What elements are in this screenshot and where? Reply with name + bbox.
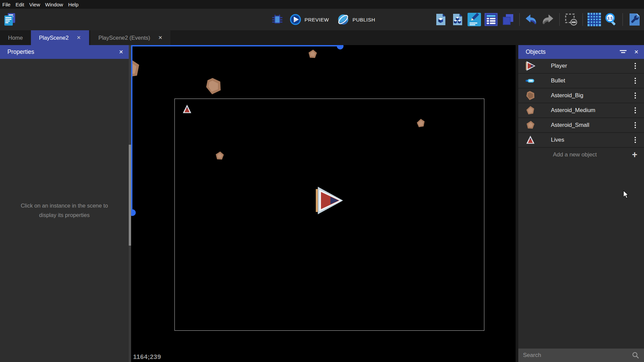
asteroid-icon [525, 90, 535, 101]
asteroid-instance[interactable] [131, 57, 142, 80]
menu-bar: File Edit View Window Help [0, 0, 644, 9]
properties-header: Properties ✕ [0, 45, 129, 59]
object-name: Asteroid_Small [551, 122, 633, 129]
object-name: Asteroid_Big [551, 92, 633, 99]
tab-close-icon[interactable]: ✕ [77, 35, 81, 41]
publish-button[interactable]: PUBLISH [337, 13, 375, 26]
bullet-icon [525, 76, 535, 86]
selection-edge-left [131, 45, 132, 213]
search-input[interactable] [522, 352, 632, 359]
selection-edge-top [131, 45, 340, 46]
tab-home[interactable]: Home [0, 30, 31, 45]
main-area: Properties ✕ Click on an instance in the… [0, 45, 644, 362]
tab-playscene2-label: PlayScene2 [39, 35, 69, 41]
debug-icon[interactable] [271, 13, 284, 26]
search-icon [632, 352, 639, 359]
grid-icon[interactable] [588, 13, 601, 26]
redo-icon[interactable] [541, 13, 555, 26]
object-name: Player [551, 63, 633, 69]
object-name: Bullet [551, 77, 633, 84]
toolbar-separator [519, 13, 520, 26]
object-row-asteroid-medium[interactable]: Asteroid_Medium [518, 103, 644, 118]
asteroid-instance[interactable] [204, 76, 223, 96]
render-mask-icon[interactable] [564, 13, 578, 26]
zoom-1-1-icon[interactable]: 1:1 [604, 13, 618, 26]
panel-splitter[interactable] [129, 45, 131, 362]
more-options-icon[interactable] [633, 90, 638, 101]
objects-panel: Objects ✕ Player [518, 45, 644, 362]
object-row-player[interactable]: Player [518, 59, 644, 74]
scrollbar-thumb[interactable] [129, 145, 131, 246]
undo-icon[interactable] [524, 13, 538, 26]
cursor-coordinates: 1164;239 [133, 353, 161, 361]
menu-view[interactable]: View [29, 2, 40, 7]
more-options-icon[interactable] [633, 135, 638, 145]
more-options-icon[interactable] [633, 105, 638, 115]
filter-icon[interactable] [619, 49, 627, 55]
toolbar-right: 1:1 [434, 9, 641, 30]
objects-search-bar [518, 349, 644, 362]
tab-playscene2-events[interactable]: PlayScene2 (Events) ✕ [90, 30, 171, 45]
edit-properties-icon[interactable] [468, 13, 481, 26]
edit-scene-icon[interactable] [434, 13, 447, 26]
toolbar-separator [582, 13, 583, 26]
properties-body: Click on an instance in the scene to dis… [0, 59, 129, 362]
close-icon[interactable]: ✕ [119, 49, 123, 55]
add-new-object-label: Add a new object [553, 151, 597, 158]
tab-playscene2-events-label: PlayScene2 (Events) [98, 35, 150, 41]
player-ship-icon [525, 61, 535, 71]
panel-gap [516, 45, 518, 362]
menu-edit[interactable]: Edit [15, 2, 24, 7]
globe-icon [337, 13, 349, 26]
asteroid-instance[interactable] [214, 151, 225, 161]
plus-icon: + [632, 150, 637, 159]
lives-icon [525, 135, 535, 145]
play-icon [290, 14, 301, 25]
object-row-asteroid-big[interactable]: Asteroid_Big [518, 88, 644, 103]
tab-close-icon[interactable]: ✕ [158, 35, 163, 41]
toolbar-center: PREVIEW PUBLISH [271, 9, 383, 30]
menu-file[interactable]: File [2, 2, 10, 7]
scene-canvas[interactable]: 1164;239 [131, 45, 516, 362]
player-instance[interactable] [314, 187, 343, 214]
asteroid-icon [525, 120, 535, 130]
objects-title: Objects [526, 48, 619, 56]
events-list-icon[interactable] [484, 13, 498, 26]
asteroid-icon [525, 105, 535, 115]
close-icon[interactable]: ✕ [634, 49, 639, 55]
preview-label: PREVIEW [305, 17, 329, 23]
object-name: Asteroid_Medium [551, 107, 633, 114]
layers-icon[interactable] [501, 13, 515, 26]
toolbar-separator [559, 13, 560, 26]
tab-bar: Home PlayScene2 ✕ PlayScene2 (Events) ✕ [0, 30, 644, 45]
preview-button[interactable]: PREVIEW [290, 14, 329, 25]
selection-handle[interactable] [337, 45, 344, 49]
object-row-lives[interactable]: Lives [518, 133, 644, 148]
properties-title: Properties [7, 48, 113, 56]
properties-panel: Properties ✕ Click on an instance in the… [0, 45, 129, 362]
tab-home-label: Home [8, 35, 23, 41]
zoom-ratio-label: 1:1 [607, 16, 613, 20]
more-options-icon[interactable] [633, 76, 638, 86]
objects-header: Objects ✕ [518, 45, 644, 59]
object-row-asteroid-small[interactable]: Asteroid_Small [518, 118, 644, 133]
properties-empty-message: Click on an instance in the scene to dis… [14, 201, 115, 219]
asteroid-instance[interactable] [307, 49, 318, 60]
toolbar: PREVIEW PUBLISH [0, 9, 644, 30]
menu-window[interactable]: Window [45, 2, 63, 7]
add-new-object-button[interactable]: Add a new object + [518, 148, 644, 162]
scene-window-frame [174, 99, 484, 331]
tab-playscene2[interactable]: PlayScene2 ✕ [31, 30, 89, 45]
project-manager-icon[interactable] [3, 12, 16, 27]
publish-label: PUBLISH [353, 17, 375, 23]
object-row-bullet[interactable]: Bullet [518, 74, 644, 88]
scene-settings-icon[interactable] [628, 13, 641, 26]
menu-help[interactable]: Help [68, 2, 79, 7]
more-options-icon[interactable] [633, 61, 638, 71]
selection-handle[interactable] [131, 209, 136, 216]
lives-instance[interactable] [182, 104, 192, 114]
edit-objects-icon[interactable] [451, 13, 464, 26]
asteroid-instance[interactable] [416, 118, 426, 128]
gdevelop-window: File Edit View Window Help [0, 0, 644, 362]
more-options-icon[interactable] [633, 120, 638, 130]
